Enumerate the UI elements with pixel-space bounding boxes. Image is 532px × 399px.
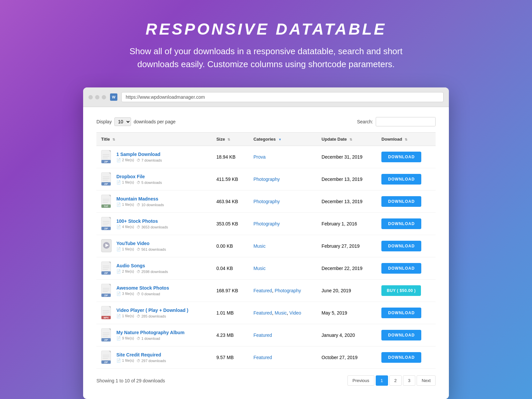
file-icon: ZIP [101,150,113,164]
date-cell: February 1, 2016 [317,213,377,235]
file-title-link[interactable]: Video Player ( Play + Download ) [116,308,188,313]
category-link[interactable]: Photography [253,221,280,226]
page-subtitle: Show all of your downloads in a responsi… [116,45,416,71]
file-meta: 📄 4 file(s) ⏱ 3653 downloads [116,225,168,229]
category-link[interactable]: Photography [253,199,280,204]
dot-3 [102,95,106,99]
svg-text:ZIP: ZIP [104,183,108,185]
display-select[interactable]: 10 25 50 [114,117,131,126]
browser-url-bar[interactable]: https://www.wpdownloadmanager.com [121,92,444,102]
table-controls: Display 10 25 50 downloads per page Sear… [96,117,436,126]
file-title-link[interactable]: Dropbox File [116,174,162,179]
file-title-link[interactable]: Site Credit Required [116,352,166,357]
table-row: MP4 Video Player ( Play + Download ) 📄 1… [96,302,436,324]
download-button[interactable]: DOWNLOAD [381,241,421,251]
file-title-link[interactable]: Awesome Stock Photos [116,285,169,291]
col-size: Size ⇅ [212,133,249,146]
action-cell: DOWNLOAD [377,324,436,346]
title-cell: ZIP My Nature Photography Album 📄 9 file… [96,324,212,346]
category-link[interactable]: Music [253,266,266,271]
category-link[interactable]: Featured [253,288,272,293]
table-row: ZIP My Nature Photography Album 📄 9 file… [96,324,436,346]
page-title: RESPONSIVE DATATABLE [116,20,416,38]
page-2-button[interactable]: 2 [389,375,402,386]
download-button[interactable]: DOWNLOAD [381,263,421,274]
sort-icon-title: ⇅ [112,138,115,141]
title-cell: ZIP Site Credit Required 📄 1 file(s) ⏱ 2… [96,346,212,369]
download-button[interactable]: DOWNLOAD [381,152,421,162]
search-control: Search: [357,117,436,126]
file-title-link[interactable]: Audio Songs [116,263,168,268]
svg-text:ZIP: ZIP [104,161,108,163]
svg-text:ZIP: ZIP [104,339,108,341]
size-cell: 9.57 MB [212,346,249,369]
table-row: TXT Mountain Madness 📄 1 file(s) ⏱ 10 do… [96,191,436,213]
svg-text:ZIP: ZIP [104,361,108,363]
file-icon [101,239,113,253]
table-footer: Showing 1 to 10 of 29 downloads Previous… [96,375,436,386]
download-button[interactable]: DOWNLOAD [381,196,421,207]
category-link[interactable]: Photography [253,177,280,182]
search-label: Search: [357,119,373,124]
date-cell: May 5, 2019 [317,302,377,324]
category-link[interactable]: Featured [253,310,272,316]
file-count: 📄 1 file(s) [116,202,134,207]
table-row: ZIP Dropbox File 📄 1 file(s) ⏱ 5 downloa… [96,168,436,191]
file-meta: 📄 1 file(s) ⏱ 5 downloads [116,180,162,185]
title-cell: YouTube Video 📄 1 file(s) ⏱ 561 download… [96,235,212,257]
category-link[interactable]: Photography [275,288,301,293]
file-icon: ZIP [101,172,113,186]
category-link[interactable]: Video [289,310,301,316]
file-cell: ZIP Awesome Stock Photos 📄 3 file(s) ⏱ 0… [101,284,207,298]
page-3-button[interactable]: 3 [403,375,415,386]
search-input[interactable] [376,117,436,126]
table-body: ZIP 1 Sample Download 📄 2 file(s) ⏱ 7 do… [96,146,436,369]
category-link[interactable]: Prova [253,154,266,160]
action-cell: DOWNLOAD [377,191,436,213]
size-cell: 411.59 KB [212,168,249,191]
file-title-link[interactable]: 100+ Stock Photos [116,218,168,224]
file-title-link[interactable]: My Nature Photography Album [116,330,185,335]
buy-button[interactable]: BUY ( $50.00 ) [381,285,421,296]
title-cell: TXT Mountain Madness 📄 1 file(s) ⏱ 10 do… [96,191,212,213]
file-title-link[interactable]: YouTube Video [116,241,166,246]
category-cell: Featured [249,346,317,369]
category-link[interactable]: Featured [253,332,272,338]
download-button[interactable]: DOWNLOAD [381,352,421,363]
action-cell: DOWNLOAD [377,146,436,168]
file-cell: ZIP My Nature Photography Album 📄 9 file… [101,328,207,342]
download-button[interactable]: DOWNLOAD [381,218,421,229]
category-link[interactable]: Featured [253,355,272,360]
action-cell: DOWNLOAD [377,346,436,369]
next-button[interactable]: Next [417,375,436,386]
file-cell: ZIP 1 Sample Download 📄 2 file(s) ⏱ 7 do… [101,150,207,164]
file-icon: TXT [101,195,113,208]
browser-window: W https://www.wpdownloadmanager.com Disp… [83,87,449,399]
sort-icon-date: ⇅ [349,138,352,141]
table-row: ZIP Awesome Stock Photos 📄 3 file(s) ⏱ 0… [96,280,436,302]
page-1-button[interactable]: 1 [376,375,388,386]
svg-text:MP4: MP4 [104,317,109,319]
col-title: Title ⇅ [96,133,212,146]
download-button[interactable]: DOWNLOAD [381,174,421,185]
file-info: YouTube Video 📄 1 file(s) ⏱ 561 download… [116,241,166,251]
date-cell: October 27, 2019 [317,346,377,369]
browser-dots [88,95,106,99]
download-count: ⏱ 561 downloads [137,247,166,251]
header-section: RESPONSIVE DATATABLE Show all of your do… [116,20,416,71]
download-button[interactable]: DOWNLOAD [381,330,421,340]
category-link[interactable]: Music [275,310,287,316]
file-cell: ZIP Site Credit Required 📄 1 file(s) ⏱ 2… [101,350,207,364]
svg-text:ZIP: ZIP [104,294,108,297]
download-count: ⏱ 3653 downloads [137,225,168,229]
prev-button[interactable]: Previous [347,375,374,386]
file-meta: 📄 9 file(s) ⏱ 1 download [116,336,185,340]
category-link[interactable]: Music [253,243,266,249]
file-title-link[interactable]: 1 Sample Download [116,152,162,157]
category-cell: Photography [249,213,317,235]
file-icon: MP4 [101,306,113,320]
file-title-link[interactable]: Mountain Madness [116,196,164,201]
download-button[interactable]: DOWNLOAD [381,308,421,318]
svg-text:TXT: TXT [104,205,108,207]
download-count: ⏱ 2598 downloads [137,270,168,274]
